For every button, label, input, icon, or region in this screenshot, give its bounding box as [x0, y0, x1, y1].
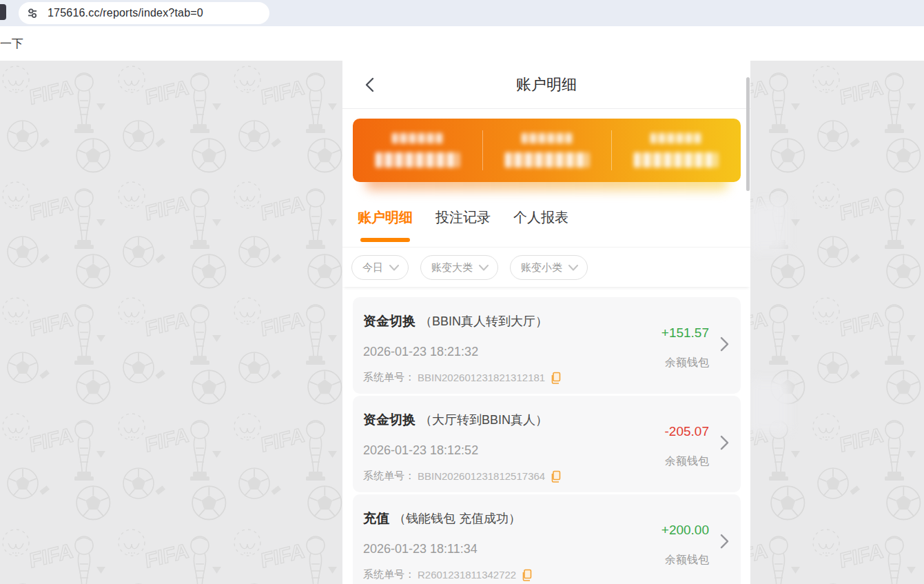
url-text[interactable]: 175616.cc/reports/index?tab=0: [48, 7, 203, 19]
summary-stat-3: [611, 119, 741, 182]
filter-date-dropdown[interactable]: 今日: [351, 255, 409, 280]
order-number-label: 系统单号：: [363, 371, 415, 384]
txn-detail: （大厅转到BBIN真人）: [420, 412, 548, 428]
tab-account-detail[interactable]: 账户明细: [358, 207, 413, 227]
panel-scrollbar[interactable]: [746, 77, 750, 191]
account-detail-panel: 账户明细 账户明细 投注记录 个人报表 今日: [342, 61, 750, 584]
tune-icon: [25, 6, 39, 20]
balance-summary-card[interactable]: [353, 119, 741, 182]
txn-wallet: 余额钱包: [665, 356, 709, 370]
blurred-stat-label: [650, 133, 701, 143]
txn-type: 资金切换: [363, 411, 415, 429]
order-number: BBIN202601231812517364: [418, 470, 545, 482]
tab-bet-records[interactable]: 投注记录: [435, 207, 491, 227]
txn-wallet: 余额钱包: [665, 553, 709, 567]
blurred-stat-label: [522, 133, 573, 143]
txn-wallet: 余额钱包: [665, 454, 709, 469]
chevron-right-icon[interactable]: [720, 533, 729, 550]
panel-header: 账户明细: [342, 61, 750, 109]
page-title: 账户明细: [516, 74, 577, 95]
txn-amount: +151.57: [661, 325, 709, 341]
blurred-stat-value: [505, 152, 589, 168]
order-number: R2601231811342722: [418, 569, 516, 581]
filter-category-major-dropdown[interactable]: 账变大类: [420, 255, 498, 280]
txn-detail: （BBIN真人转到大厅）: [420, 313, 548, 330]
censor-blur-patch: [748, 379, 790, 433]
browser-edge-icon: [0, 4, 6, 20]
active-tab-underline: [360, 238, 410, 242]
chevron-down-icon: [479, 265, 489, 271]
page-text-fragment: 一下: [0, 36, 23, 52]
txn-amount: -205.07: [665, 424, 709, 439]
transaction-row[interactable]: 充值 （钱能钱包 充值成功） 2026-01-23 18:11:34 系统单号：…: [353, 494, 741, 584]
filter-label: 账变小类: [521, 261, 562, 274]
summary-stat-1: [353, 119, 482, 182]
blurred-stat-value: [634, 152, 718, 168]
chevron-right-icon[interactable]: [720, 336, 729, 352]
copy-button[interactable]: [521, 569, 532, 581]
tab-personal-report[interactable]: 个人报表: [513, 207, 568, 227]
chevron-right-icon[interactable]: [720, 434, 729, 451]
chevron-left-icon: [365, 77, 374, 92]
tabs-row: 账户明细 投注记录 个人报表: [342, 207, 750, 248]
copy-button[interactable]: [550, 372, 561, 384]
txn-time: 2026-01-23 18:21:32: [363, 345, 633, 359]
blurred-stat-label: [392, 133, 443, 143]
transaction-row[interactable]: 资金切换 （BBIN真人转到大厅） 2026-01-23 18:21:32 系统…: [353, 297, 741, 394]
copy-button[interactable]: [550, 470, 561, 483]
blurred-stat-value: [376, 152, 460, 168]
address-bar[interactable]: 175616.cc/reports/index?tab=0: [19, 2, 269, 24]
order-number-label: 系统单号：: [363, 470, 415, 483]
censor-blur-patch: [748, 202, 787, 252]
page-top-strip: 一下: [0, 26, 924, 61]
copy-icon: [521, 569, 532, 581]
transaction-row[interactable]: 资金切换 （大厅转到BBIN真人） 2026-01-23 18:12:52 系统…: [353, 396, 741, 492]
txn-type: 充值: [363, 510, 389, 527]
txn-time: 2026-01-23 18:11:34: [363, 542, 633, 556]
filters-row: 今日 账变大类 账变小类: [342, 248, 750, 287]
filter-category-minor-dropdown[interactable]: 账变小类: [510, 255, 588, 280]
browser-toolbar: 175616.cc/reports/index?tab=0: [0, 0, 924, 26]
txn-type: 资金切换: [363, 312, 415, 330]
filter-label: 今日: [362, 261, 383, 274]
copy-icon: [550, 372, 561, 384]
transaction-list: 资金切换 （BBIN真人转到大厅） 2026-01-23 18:21:32 系统…: [342, 287, 750, 584]
copy-icon: [550, 470, 561, 483]
txn-detail: （钱能钱包 充值成功）: [393, 510, 521, 527]
txn-amount: +200.00: [661, 523, 709, 538]
filter-label: 账变大类: [431, 261, 473, 274]
chevron-down-icon: [568, 265, 578, 271]
summary-stat-2: [482, 119, 612, 182]
site-settings-button[interactable]: [21, 2, 43, 24]
summary-card-gradient: [353, 119, 741, 182]
order-number-label: 系统单号：: [363, 568, 415, 581]
back-button[interactable]: [360, 76, 378, 94]
chevron-down-icon: [389, 265, 399, 271]
txn-time: 2026-01-23 18:12:52: [363, 443, 633, 458]
order-number: BBIN202601231821312181: [418, 372, 545, 383]
